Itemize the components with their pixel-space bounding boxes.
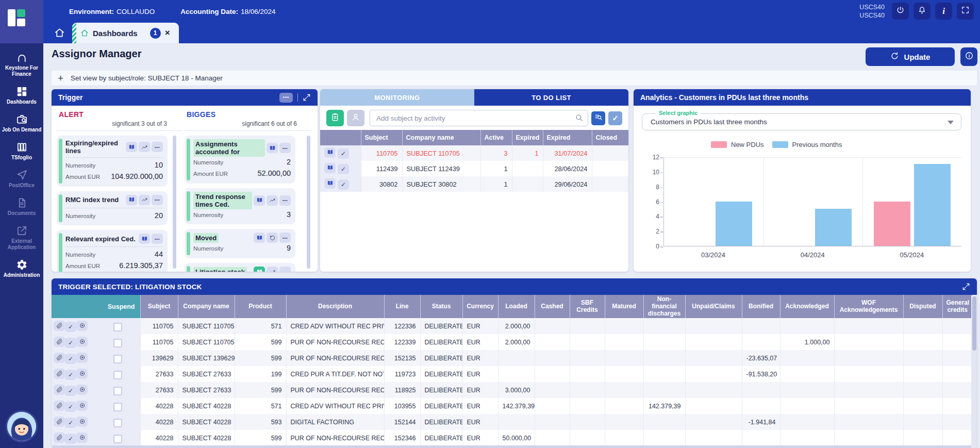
table-row[interactable]: ✓40228SUBJECT 40228593DIGITAL FACTORING1… [52, 414, 972, 430]
check-icon-button[interactable]: ✓ [338, 148, 349, 159]
column-scrollbar[interactable] [173, 136, 176, 269]
table-col-header[interactable]: General credits [942, 295, 972, 318]
paperclip-icon-button[interactable] [54, 353, 65, 363]
scrollbar-thumb[interactable] [972, 296, 976, 351]
user-avatar[interactable] [6, 410, 38, 442]
sidebar-item-dashboards[interactable]: Dashboards [0, 81, 43, 109]
vertical-scrollbar[interactable] [971, 295, 977, 448]
sidebar-item-job-on-demand[interactable]: Job On Demand [0, 109, 43, 137]
trend-icon[interactable] [267, 267, 278, 272]
todo-col-header[interactable]: Subject [361, 130, 402, 145]
row-checkbox[interactable] [113, 371, 122, 379]
table-col-header[interactable]: Disputed [903, 295, 942, 318]
sidebar-item-documents[interactable]: Documents [0, 193, 43, 221]
book-icon[interactable] [267, 143, 278, 153]
book-icon[interactable] [126, 195, 137, 205]
notifications-button[interactable] [913, 3, 931, 20]
trigger-card[interactable]: Assignments accounted for ••• Numerosity… [185, 136, 295, 184]
check-icon-button[interactable]: ✓ [65, 322, 76, 332]
todo-col-header[interactable]: Closed [592, 130, 628, 145]
check-icon-button[interactable]: ✓ [65, 418, 76, 428]
column-scrollbar[interactable] [307, 136, 310, 269]
check-icon-button[interactable]: ✓ [65, 338, 76, 348]
table-col-header[interactable]: Status [420, 295, 462, 318]
row-checkbox[interactable] [113, 339, 122, 347]
check-icon-button[interactable]: ✓ [338, 179, 349, 190]
tab-to-do-list[interactable]: TO DO LIST [474, 89, 628, 106]
todo-col-header[interactable]: Expired [543, 130, 592, 145]
bar-previous-months-04/2024[interactable] [815, 209, 852, 246]
table-col-header[interactable]: Bonified [742, 295, 780, 318]
book-icon[interactable] [254, 195, 265, 206]
table-row[interactable]: ✓110705SUBJECT 110705599PUR OF NON-RECOU… [52, 334, 972, 350]
table-row[interactable]: ✓40228SUBJECT 40228571CRED ADV WITHOUT R… [52, 398, 972, 414]
history-icon[interactable] [267, 233, 278, 243]
paperclip-icon-button[interactable] [54, 401, 65, 411]
table-row[interactable]: ✓40228SUBJECT 40228599PUR OF NON-RECOURS… [52, 430, 972, 446]
table-col-header[interactable]: Unpaid/Claims [685, 295, 742, 318]
book-icon[interactable] [139, 234, 150, 244]
confirm-button[interactable]: ✓ [608, 111, 622, 125]
update-button[interactable]: Update [866, 47, 955, 66]
more-options-icon[interactable]: ••• [279, 195, 291, 206]
book-icon-button[interactable] [324, 163, 336, 173]
row-checkbox[interactable] [113, 435, 122, 443]
table-col-header[interactable]: Company name [178, 295, 235, 318]
trigger-card[interactable]: Trend response times Ced. ••• Numerosity… [185, 188, 295, 225]
subject-button[interactable] [347, 110, 364, 126]
graphic-select[interactable]: Select graphic Customers in PDUs last th… [642, 113, 961, 130]
trend-icon[interactable] [139, 195, 150, 205]
home-button[interactable] [54, 27, 67, 40]
set-view-bar[interactable]: + Set view by subject/role: SUBJECT 18 -… [52, 71, 977, 86]
page-info-button[interactable] [960, 47, 977, 66]
subject-search-input[interactable] [370, 110, 588, 126]
target-icon-button[interactable] [76, 337, 88, 347]
table-col-header[interactable]: Line [384, 295, 420, 318]
tab-monitoring[interactable]: MONITORING [320, 89, 474, 106]
expand-icon[interactable] [962, 283, 970, 291]
expand-icon[interactable] [303, 93, 311, 102]
target-icon-button[interactable] [76, 369, 88, 379]
paperclip-icon-button[interactable] [54, 385, 65, 395]
row-checkbox[interactable] [113, 403, 122, 411]
todo-col-header[interactable]: Active [480, 130, 512, 145]
check-icon-button[interactable]: ✓ [65, 370, 76, 380]
check-icon-button[interactable]: ✓ [65, 402, 76, 412]
todo-col-header[interactable] [320, 130, 361, 145]
tab-dashboards[interactable]: Dashboards 1 × [72, 23, 179, 43]
trigger-card[interactable]: Relevant expired Ced. ••• Numerosity44Am… [57, 230, 168, 272]
target-icon-button[interactable] [76, 401, 88, 411]
check-icon-button[interactable]: ✓ [65, 354, 76, 364]
trigger-card[interactable]: RMC index trend ••• Numerosity20 [57, 191, 168, 226]
trigger-card[interactable]: Expiring/expired lines ••• Numerosity10A… [57, 136, 168, 187]
sidebar-item-external-application[interactable]: External Application [0, 221, 43, 255]
trigger-card[interactable]: Litigation stock ••• [185, 263, 295, 272]
table-row[interactable]: ✓27633SUBJECT 27633199CRED PUR A TIT.DEF… [52, 366, 972, 382]
check-icon-button[interactable]: ✓ [338, 164, 349, 174]
table-col-header[interactable]: Loaded [498, 295, 535, 318]
todo-row[interactable]: ✓110705SUBJECT 1107053131/07/2024 [320, 145, 628, 161]
table-col-header[interactable]: Cashed [535, 295, 570, 318]
book-icon[interactable] [126, 142, 137, 152]
book-icon-button[interactable] [324, 178, 336, 189]
table-col-header[interactable]: Matured [605, 295, 643, 318]
bar-new-pdus-05/2024[interactable] [874, 202, 910, 246]
app-logo[interactable] [0, 0, 43, 43]
target-icon-button[interactable] [76, 385, 88, 395]
table-row[interactable]: ✓27633SUBJECT 27633599PUR OF NON-RECOURS… [52, 382, 972, 398]
trend-icon[interactable] [267, 195, 278, 206]
search-list-button[interactable] [591, 111, 605, 125]
row-checkbox[interactable] [113, 355, 122, 363]
trigger-menu-button[interactable]: ••• [279, 93, 293, 103]
book-icon[interactable] [254, 233, 265, 243]
more-options-icon[interactable]: ••• [152, 234, 163, 244]
target-icon-button[interactable] [76, 433, 88, 443]
tab-close-icon[interactable]: × [165, 28, 170, 38]
trigger-card[interactable]: Moved ••• Numerosity9 [185, 229, 295, 258]
table-col-header[interactable]: Description [286, 295, 384, 318]
check-icon-button[interactable]: ✓ [65, 386, 76, 396]
activity-list-button[interactable] [326, 110, 344, 126]
info-button[interactable]: i [935, 3, 952, 20]
row-checkbox[interactable] [113, 387, 122, 395]
row-checkbox[interactable] [113, 323, 122, 331]
